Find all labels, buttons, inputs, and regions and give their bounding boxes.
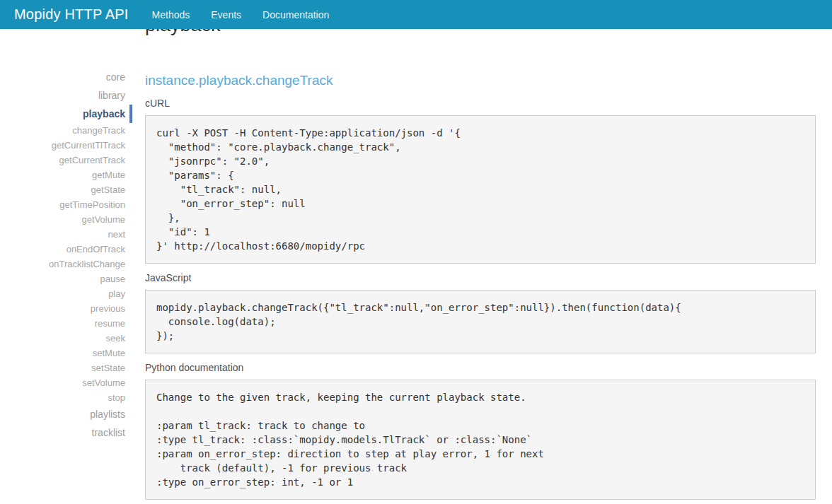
code-block-curl: curl -X POST -H Content-Type:application… [145, 115, 816, 264]
sidebar-item-play[interactable]: play [0, 286, 125, 301]
sidebar-item-setstate[interactable]: setState [0, 361, 125, 375]
code-label-curl: cURL [145, 97, 816, 110]
sidebar-item-next[interactable]: next [0, 227, 125, 242]
brand-link[interactable]: Mopidy HTTP API [14, 6, 129, 23]
sidebar-item-playlists[interactable]: playlists [0, 405, 125, 423]
sidebar-item-core[interactable]: core [0, 68, 125, 86]
sidebar-item-tracklist[interactable]: tracklist [0, 423, 125, 442]
sidebar-item-gettimeposition[interactable]: getTimePosition [0, 197, 125, 212]
sidebar-item-stop[interactable]: stop [0, 390, 125, 405]
sidebar-item-library[interactable]: library [0, 86, 125, 105]
top-nav: MethodsEventsDocumentation [152, 9, 330, 20]
sidebar-item-changetrack[interactable]: changeTrack [0, 123, 125, 138]
sidebar-item-setmute[interactable]: setMute [0, 346, 125, 361]
sidebar-item-ontracklistchange[interactable]: onTracklistChange [0, 257, 125, 271]
sidebar-item-getmute[interactable]: getMute [0, 168, 125, 182]
sidebar-item-playback[interactable]: playback [0, 105, 125, 123]
sidebar-item-onendoftrack[interactable]: onEndOfTrack [0, 242, 125, 257]
code-label-javascript: JavaScript [145, 271, 816, 285]
nav-item-events[interactable]: Events [211, 9, 241, 20]
sidebar-item-getcurrenttltrack[interactable]: getCurrentTlTrack [0, 138, 125, 153]
code-block-javascript: mopidy.playback.changeTrack({"tl_track":… [145, 290, 816, 353]
sidebar-item-getcurrenttrack[interactable]: getCurrentTrack [0, 153, 125, 168]
main-content: instance.playback.changeTrack cURLcurl -… [145, 29, 816, 504]
sidebar-item-setvolume[interactable]: setVolume [0, 375, 125, 390]
app-header: Mopidy HTTP API MethodsEventsDocumentati… [0, 0, 832, 29]
sidebar-item-pause[interactable]: pause [0, 271, 125, 286]
code-block-python-documentation: Change to the given track, keeping the c… [145, 380, 816, 500]
sidebar-item-getvolume[interactable]: getVolume [0, 212, 125, 227]
sidebar-item-getstate[interactable]: getState [0, 182, 125, 197]
sidebar-item-previous[interactable]: previous [0, 301, 125, 316]
code-label-python-documentation: Python documentation [145, 361, 816, 375]
active-item-indicator [129, 105, 132, 123]
sidebar: corelibraryplaybackchangeTrackgetCurrent… [0, 68, 125, 442]
sidebar-item-resume[interactable]: resume [0, 316, 125, 331]
sidebar-item-seek[interactable]: seek [0, 331, 125, 346]
method-title-link[interactable]: instance.playback.changeTrack [145, 72, 816, 89]
code-sections: cURLcurl -X POST -H Content-Type:applica… [145, 97, 816, 500]
nav-item-methods[interactable]: Methods [152, 9, 190, 20]
nav-item-documentation[interactable]: Documentation [262, 9, 329, 20]
